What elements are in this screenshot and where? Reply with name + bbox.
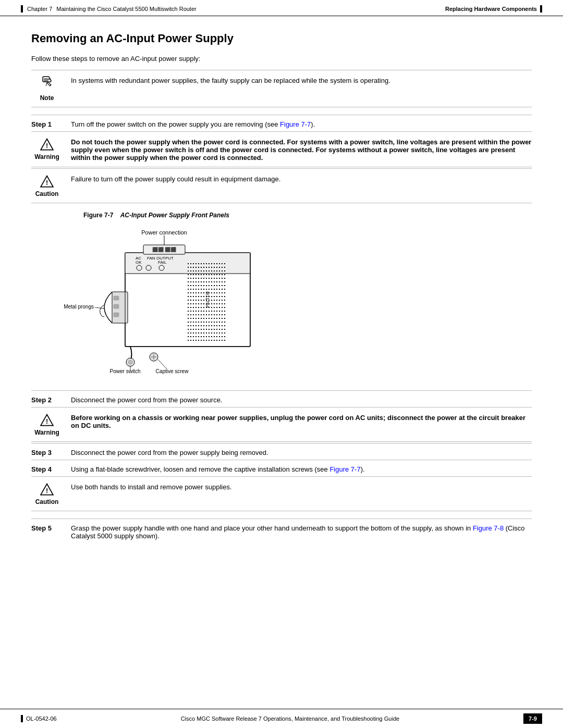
svg-rect-300 bbox=[209, 329, 210, 330]
svg-rect-89 bbox=[206, 278, 207, 279]
svg-rect-67 bbox=[188, 274, 189, 275]
caution-1-text: Failure to turn off the power supply cou… bbox=[71, 174, 532, 183]
svg-rect-201 bbox=[224, 303, 225, 304]
svg-text:OK: OK bbox=[136, 260, 142, 265]
svg-rect-104 bbox=[206, 281, 207, 282]
svg-rect-354 bbox=[114, 304, 119, 309]
svg-rect-155 bbox=[222, 292, 223, 293]
svg-rect-188 bbox=[190, 303, 191, 304]
svg-rect-207 bbox=[201, 307, 202, 308]
svg-rect-250 bbox=[195, 318, 197, 319]
svg-rect-265 bbox=[195, 322, 197, 323]
svg-rect-66 bbox=[224, 270, 225, 272]
svg-rect-61 bbox=[211, 270, 212, 272]
svg-rect-92 bbox=[214, 278, 215, 279]
svg-rect-94 bbox=[219, 278, 220, 279]
svg-rect-128 bbox=[190, 289, 191, 290]
svg-rect-262 bbox=[188, 322, 189, 323]
svg-rect-208 bbox=[203, 307, 204, 308]
svg-rect-100 bbox=[195, 281, 197, 282]
svg-rect-258 bbox=[216, 318, 217, 319]
svg-rect-347 bbox=[214, 340, 215, 341]
step-2-text: Disconnect the power cord from the power… bbox=[71, 396, 532, 404]
svg-rect-261 bbox=[224, 318, 225, 319]
main-content: Removing an AC-Input Power Supply Follow… bbox=[0, 16, 563, 574]
svg-rect-266 bbox=[198, 322, 199, 323]
svg-rect-293 bbox=[190, 329, 191, 330]
svg-rect-32 bbox=[214, 263, 215, 264]
svg-rect-108 bbox=[216, 281, 217, 282]
svg-rect-312 bbox=[201, 332, 202, 334]
svg-rect-340 bbox=[195, 340, 197, 341]
warning-1-text: Do not touch the power supply when the p… bbox=[71, 137, 532, 162]
svg-rect-173 bbox=[190, 300, 191, 301]
svg-rect-275 bbox=[222, 322, 223, 323]
svg-rect-228 bbox=[216, 311, 217, 312]
svg-rect-72 bbox=[201, 274, 202, 275]
svg-rect-103 bbox=[203, 281, 204, 282]
svg-rect-40 bbox=[195, 267, 197, 268]
svg-rect-249 bbox=[193, 318, 194, 319]
svg-rect-311 bbox=[198, 332, 199, 334]
svg-rect-158 bbox=[190, 296, 191, 297]
svg-rect-171 bbox=[224, 296, 225, 297]
svg-rect-82 bbox=[188, 278, 189, 279]
svg-rect-345 bbox=[209, 340, 210, 341]
svg-rect-297 bbox=[201, 329, 202, 330]
svg-rect-57 bbox=[201, 270, 202, 272]
step-4-text: Using a flat-blade screwdriver, loosen a… bbox=[71, 465, 532, 473]
figure-7-8-link[interactable]: Figure 7-8 bbox=[473, 524, 504, 532]
svg-rect-135 bbox=[209, 289, 210, 290]
figure-title: AC-Input Power Supply Front Panels bbox=[120, 212, 229, 219]
svg-rect-123 bbox=[216, 285, 217, 286]
svg-rect-60 bbox=[209, 270, 210, 272]
svg-rect-349 bbox=[219, 340, 220, 341]
svg-rect-157 bbox=[188, 296, 189, 297]
svg-rect-268 bbox=[203, 322, 204, 323]
svg-rect-273 bbox=[216, 322, 217, 323]
footer-left: OL-0542-06 bbox=[21, 715, 57, 722]
figure-7-7-link-1[interactable]: Figure 7-7 bbox=[280, 120, 311, 128]
svg-rect-234 bbox=[193, 314, 194, 315]
svg-rect-325 bbox=[195, 336, 197, 337]
svg-rect-65 bbox=[222, 270, 223, 272]
svg-rect-143 bbox=[190, 292, 191, 293]
svg-rect-346 bbox=[211, 340, 212, 341]
svg-rect-34 bbox=[219, 263, 220, 264]
svg-rect-183 bbox=[216, 300, 217, 301]
svg-line-4 bbox=[46, 83, 47, 86]
step-5-label: Step 5 bbox=[31, 524, 63, 532]
figure-diagram-svg: Power connection AC OK FAN OUTPUT FAIL bbox=[63, 224, 302, 380]
figure-number: Figure 7-7 bbox=[83, 212, 113, 219]
svg-text:Power connection: Power connection bbox=[141, 229, 187, 236]
svg-rect-182 bbox=[214, 300, 215, 301]
header-right-bar bbox=[540, 5, 542, 13]
svg-rect-106 bbox=[211, 281, 212, 282]
svg-rect-315 bbox=[209, 332, 210, 334]
svg-rect-313 bbox=[203, 332, 204, 334]
svg-rect-189 bbox=[193, 303, 194, 304]
svg-rect-355 bbox=[114, 313, 119, 317]
svg-rect-24 bbox=[193, 263, 194, 264]
svg-text:!: ! bbox=[46, 487, 48, 495]
svg-rect-206 bbox=[198, 307, 199, 308]
svg-rect-134 bbox=[206, 289, 207, 290]
svg-rect-73 bbox=[203, 274, 204, 275]
svg-rect-26 bbox=[198, 263, 199, 264]
warning-2-icon-area: ! Warning bbox=[31, 413, 63, 436]
svg-rect-334 bbox=[219, 336, 220, 337]
figure-7-7-link-2[interactable]: Figure 7-7 bbox=[329, 465, 360, 473]
svg-rect-136 bbox=[211, 289, 212, 290]
svg-rect-270 bbox=[209, 322, 210, 323]
svg-rect-256 bbox=[211, 318, 212, 319]
svg-rect-240 bbox=[209, 314, 210, 315]
footer-page-number: 7-9 bbox=[523, 713, 542, 724]
svg-rect-83 bbox=[190, 278, 191, 279]
svg-rect-78 bbox=[216, 274, 217, 275]
svg-rect-64 bbox=[219, 270, 220, 272]
svg-rect-242 bbox=[214, 314, 215, 315]
svg-rect-116 bbox=[198, 285, 199, 286]
step-5-text: Grasp the power supply handle with one h… bbox=[71, 524, 532, 540]
svg-rect-30 bbox=[209, 263, 210, 264]
svg-rect-200 bbox=[222, 303, 223, 304]
